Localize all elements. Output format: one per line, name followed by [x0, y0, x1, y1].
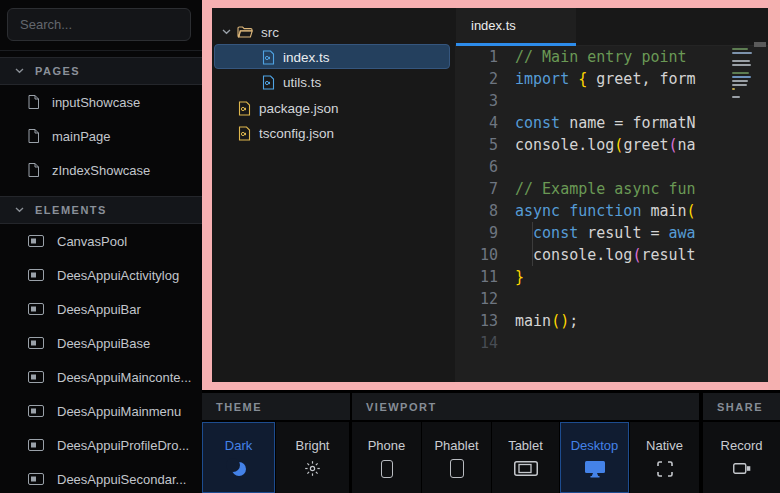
code-line: 11} — [455, 266, 768, 288]
line-number: 13 — [455, 310, 515, 332]
file-name: tsconfig.json — [259, 126, 334, 141]
indent-guide — [532, 222, 533, 244]
sidebar-item-deesappuiactivitylog[interactable]: DeesAppuiActivitylog — [0, 258, 202, 292]
code-line: 2import { greet, form — [455, 68, 768, 90]
sidebar-item-inputShowcase[interactable]: inputShowcase — [0, 85, 202, 119]
sidebar-item-label: inputShowcase — [52, 95, 140, 110]
code-line: 4const name = formatN — [455, 112, 768, 134]
tab-index-ts[interactable]: index.ts — [456, 8, 576, 46]
section-label: ELEMENTS — [35, 204, 107, 216]
viewport-phablet-button[interactable]: Phablet — [422, 422, 491, 493]
chevron-down-icon — [15, 207, 24, 213]
line-number: 11 — [455, 266, 515, 288]
code-line: 8async function main( — [455, 200, 768, 222]
minimap-line — [732, 60, 750, 62]
section-header-pages[interactable]: PAGES — [0, 57, 202, 85]
viewport-desktop-button[interactable]: Desktop — [560, 422, 629, 493]
button-label: Native — [646, 438, 683, 453]
code-editor: index.ts 1// Main entry point 2import { … — [455, 8, 768, 382]
code-line: 13main(); — [455, 310, 768, 332]
section-label: THEME — [216, 401, 262, 413]
sidebar-item-deesappuiprofiledropdown[interactable]: DeesAppuiProfileDro... — [0, 428, 202, 462]
line-number: 7 — [455, 178, 515, 200]
video-camera-icon — [733, 462, 751, 475]
sidebar-item-label: zIndexShowcase — [52, 163, 150, 178]
minimap-line — [732, 48, 748, 50]
component-icon — [28, 303, 44, 315]
tree-file-index-ts[interactable]: index.ts — [212, 45, 455, 69]
sidebar-item-deesappuimainmenu[interactable]: DeesAppuiMainmenu — [0, 394, 202, 428]
code-area[interactable]: 1// Main entry point 2import { greet, fo… — [455, 46, 768, 382]
line-number: 3 — [455, 90, 515, 112]
minimap-line — [732, 84, 747, 86]
folder-open-icon — [237, 26, 253, 39]
tree-file-tsconfig-json[interactable]: tsconfig.json — [212, 121, 455, 145]
viewport-tablet-button[interactable]: Tablet — [492, 422, 559, 493]
phablet-icon — [450, 459, 464, 478]
sidebar-item-label: CanvasPool — [57, 234, 127, 249]
desktop-icon — [584, 460, 606, 478]
tab-label: index.ts — [471, 18, 516, 33]
minimap-line — [732, 76, 751, 78]
button-label: Tablet — [508, 438, 543, 453]
line-number: 12 — [455, 288, 515, 310]
button-label: Dark — [225, 438, 252, 453]
minimap-line — [732, 72, 749, 74]
sidebar-item-canvaspool[interactable]: CanvasPool — [0, 224, 202, 258]
sidebar: PAGES inputShowcase mainPage zIndexShowc… — [0, 0, 202, 493]
fullscreen-corners-icon — [657, 461, 673, 477]
line-number: 4 — [455, 112, 515, 134]
tree-folder-src[interactable]: src — [212, 20, 455, 44]
document-icon — [28, 163, 39, 177]
section-label: PAGES — [35, 65, 80, 77]
json-file-icon — [238, 126, 251, 141]
preview-viewport-highlight: src index.ts utils.ts package.json tscon — [202, 0, 780, 390]
file-name: utils.ts — [283, 75, 321, 90]
viewport-phone-button[interactable]: Phone — [352, 422, 421, 493]
sidebar-item-mainPage[interactable]: mainPage — [0, 119, 202, 153]
line-number: 2 — [455, 68, 515, 90]
sidebar-item-deesappuimaincontent[interactable]: DeesAppuiMainconte... — [0, 360, 202, 394]
minimap[interactable] — [732, 48, 756, 138]
indent-guide — [532, 244, 533, 266]
ts-file-icon — [262, 50, 275, 65]
tree-file-package-json[interactable]: package.json — [212, 96, 455, 120]
button-label: Record — [721, 438, 763, 453]
code-line: 14 — [455, 332, 768, 354]
button-label: Phablet — [434, 438, 478, 453]
component-icon — [28, 405, 44, 417]
sidebar-item-deesappuibase[interactable]: DeesAppuiBase — [0, 326, 202, 360]
button-label: Desktop — [571, 438, 619, 453]
component-icon — [28, 439, 44, 451]
line-number: 8 — [455, 200, 515, 222]
sun-icon — [304, 460, 321, 477]
sidebar-item-deesappuisecondarymenu[interactable]: DeesAppuiSecondar... — [0, 462, 202, 493]
search-input[interactable] — [7, 8, 191, 41]
component-icon — [28, 235, 44, 247]
code-editor-demo: src index.ts utils.ts package.json tscon — [212, 8, 768, 382]
file-name: package.json — [259, 101, 339, 116]
sidebar-item-label: DeesAppuiActivitylog — [57, 268, 179, 283]
file-tree: src index.ts utils.ts package.json tscon — [212, 8, 455, 382]
code-line: 9 const result = awa — [455, 222, 768, 244]
sidebar-item-deesappuibar[interactable]: DeesAppuiBar — [0, 292, 202, 326]
theme-dark-button[interactable]: Dark — [202, 422, 275, 493]
document-icon — [28, 129, 39, 143]
code-line: 6 — [455, 156, 768, 178]
line-number: 6 — [455, 156, 515, 178]
tree-file-utils-ts[interactable]: utils.ts — [212, 70, 455, 94]
scrollbar-thumb[interactable] — [754, 42, 766, 47]
line-number: 14 — [455, 332, 515, 354]
minimap-line — [732, 80, 748, 82]
moon-icon — [232, 462, 246, 476]
section-label: SHARE — [717, 401, 763, 413]
share-record-button[interactable]: Record — [703, 422, 780, 493]
sidebar-item-label: DeesAppuiMainconte... — [57, 370, 191, 385]
properties-toolbar: THEME VIEWPORT SHARE Dark Bright Phone P… — [202, 393, 780, 493]
theme-bright-button[interactable]: Bright — [276, 422, 349, 493]
section-header-elements[interactable]: ELEMENTS — [0, 196, 202, 224]
line-number: 5 — [455, 134, 515, 156]
viewport-native-button[interactable]: Native — [630, 422, 699, 493]
code-line: 12 — [455, 288, 768, 310]
sidebar-item-zIndexShowcase[interactable]: zIndexShowcase — [0, 153, 202, 187]
